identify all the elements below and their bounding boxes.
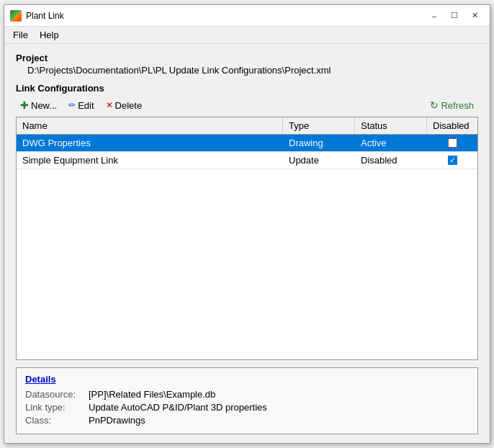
edit-button[interactable]: ✏ Edit: [64, 99, 98, 112]
row1-type: Drawing: [283, 135, 355, 151]
menu-help[interactable]: Help: [34, 28, 65, 42]
main-window: Plant Link – ☐ ✕ File Help Project D:\Pr…: [4, 4, 490, 444]
refresh-label: Refresh: [441, 100, 474, 111]
link-configs-section: Link Configurations ✚ New... ✏ Edit ✕ De…: [16, 83, 478, 360]
datasource-value: [PP]\Related Files\Example.db: [89, 389, 215, 400]
title-bar: Plant Link – ☐ ✕: [4, 5, 490, 27]
row1-disabled-checkbox[interactable]: [448, 138, 457, 148]
row1-name: DWG Properties: [17, 135, 283, 151]
edit-label: Edit: [78, 100, 94, 111]
row1-disabled-cell: [427, 135, 477, 151]
linktype-label: Link type:: [25, 402, 83, 413]
table-row[interactable]: Simple Equipment Link Update Disabled ✓: [17, 152, 477, 169]
col-name: Name: [17, 117, 283, 134]
project-path: D:\Projects\Documentation\PL\PL Update L…: [27, 65, 478, 76]
class-label: Class:: [25, 415, 83, 426]
window-controls: – ☐ ✕: [425, 9, 484, 23]
delete-button[interactable]: ✕ Delete: [102, 99, 147, 112]
table-body: DWG Properties Drawing Active Simple Equ…: [17, 135, 477, 359]
details-datasource-row: Datasource: [PP]\Related Files\Example.d…: [25, 389, 469, 400]
window-title: Plant Link: [26, 11, 425, 21]
refresh-icon: ↻: [430, 99, 439, 111]
new-label: New...: [31, 100, 57, 111]
details-title[interactable]: Details: [25, 374, 469, 385]
maximize-button[interactable]: ☐: [445, 9, 464, 23]
details-linktype-row: Link type: Update AutoCAD P&ID/Plant 3D …: [25, 402, 469, 413]
project-label: Project: [16, 53, 478, 63]
delete-label: Delete: [115, 100, 143, 111]
row2-type: Update: [283, 152, 355, 169]
menu-bar: File Help: [4, 27, 490, 44]
configurations-table: Name Type Status Disabled DWG Properties…: [16, 117, 478, 360]
row1-status: Active: [355, 135, 427, 151]
details-section: Details Datasource: [PP]\Related Files\E…: [16, 367, 478, 434]
row2-status: Disabled: [355, 152, 427, 169]
close-button[interactable]: ✕: [465, 9, 484, 23]
details-class-row: Class: PnPDrawings: [25, 415, 469, 426]
class-value: PnPDrawings: [89, 415, 145, 426]
project-section: Project D:\Projects\Documentation\PL\PL …: [16, 53, 478, 76]
content-area: Project D:\Projects\Documentation\PL\PL …: [4, 44, 490, 443]
toolbar: ✚ New... ✏ Edit ✕ Delete ↻ Refresh: [16, 98, 478, 112]
row2-disabled-cell: ✓: [427, 152, 477, 169]
row2-disabled-checkbox[interactable]: ✓: [448, 156, 457, 165]
table-row[interactable]: DWG Properties Drawing Active: [17, 135, 477, 152]
col-status: Status: [355, 117, 427, 134]
edit-icon: ✏: [68, 100, 76, 110]
table-header: Name Type Status Disabled: [17, 117, 477, 135]
col-type: Type: [283, 117, 355, 134]
new-button[interactable]: ✚ New...: [16, 98, 61, 112]
app-icon: [10, 10, 22, 22]
delete-icon: ✕: [106, 100, 113, 110]
col-disabled: Disabled: [427, 117, 477, 134]
plus-icon: ✚: [20, 99, 29, 111]
link-configs-label: Link Configurations: [16, 83, 478, 94]
refresh-button[interactable]: ↻ Refresh: [426, 98, 478, 112]
datasource-label: Datasource:: [25, 389, 83, 400]
minimize-button[interactable]: –: [425, 9, 444, 23]
linktype-value: Update AutoCAD P&ID/Plant 3D properties: [89, 402, 267, 413]
menu-file[interactable]: File: [7, 28, 34, 42]
row2-name: Simple Equipment Link: [17, 152, 283, 169]
